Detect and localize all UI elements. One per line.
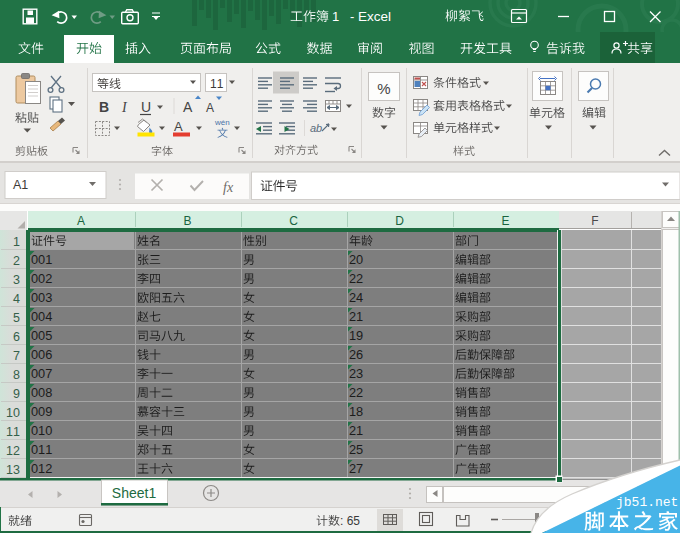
svg-text:C: C: [289, 214, 298, 228]
svg-text:010: 010: [31, 423, 52, 438]
svg-text:Sheet1: Sheet1: [112, 485, 157, 501]
svg-text:A1: A1: [13, 178, 28, 192]
svg-text:009: 009: [31, 404, 52, 419]
svg-text:3: 3: [13, 273, 20, 287]
svg-text:012: 012: [31, 461, 52, 476]
svg-text:2: 2: [13, 254, 20, 268]
svg-text:002: 002: [31, 271, 52, 286]
svg-text:20: 20: [349, 252, 363, 267]
svg-text:Excel: Excel: [358, 9, 391, 24]
svg-text:5: 5: [13, 311, 20, 325]
svg-text:9: 9: [13, 387, 20, 401]
svg-text:23: 23: [349, 366, 363, 381]
svg-text:7: 7: [13, 349, 20, 363]
svg-text:fx: fx: [223, 180, 234, 195]
svg-text:A: A: [77, 214, 85, 228]
svg-text:19: 19: [349, 328, 363, 343]
svg-text:003: 003: [31, 290, 52, 305]
svg-text:12: 12: [6, 444, 20, 458]
svg-text:-: -: [350, 9, 354, 24]
svg-text:U: U: [141, 99, 151, 115]
svg-text:24: 24: [349, 290, 363, 305]
svg-text:005: 005: [31, 328, 52, 343]
svg-text:25: 25: [349, 442, 363, 457]
svg-text:26: 26: [349, 347, 363, 362]
svg-text:8: 8: [13, 368, 20, 382]
svg-text:B: B: [183, 214, 191, 228]
svg-text:A: A: [183, 99, 193, 115]
svg-text:13: 13: [6, 463, 20, 477]
svg-text:B: B: [99, 99, 109, 115]
svg-text:007: 007: [31, 366, 52, 381]
svg-text:11: 11: [210, 77, 224, 91]
svg-text:A: A: [174, 119, 183, 134]
svg-text:22: 22: [349, 271, 363, 286]
svg-text:1: 1: [332, 9, 339, 24]
svg-text:%: %: [377, 80, 390, 97]
svg-text:1: 1: [13, 235, 20, 249]
svg-text:21: 21: [349, 423, 363, 438]
svg-text:6: 6: [13, 330, 20, 344]
svg-text:001: 001: [31, 252, 52, 267]
svg-text:011: 011: [31, 442, 52, 457]
svg-text:ab: ab: [310, 122, 322, 134]
svg-text:A: A: [206, 101, 214, 115]
svg-text:22: 22: [349, 385, 363, 400]
svg-text:21: 21: [349, 309, 363, 324]
svg-text:D: D: [395, 214, 404, 228]
svg-text:wén: wén: [214, 118, 230, 127]
svg-text:E: E: [501, 214, 509, 228]
svg-text:27: 27: [349, 461, 363, 476]
svg-text:004: 004: [31, 309, 52, 324]
svg-text:006: 006: [31, 347, 52, 362]
svg-text:: 65: : 65: [340, 514, 360, 528]
svg-text:4: 4: [13, 292, 20, 306]
svg-text:008: 008: [31, 385, 52, 400]
svg-text:F: F: [591, 214, 598, 228]
svg-text:18: 18: [349, 404, 363, 419]
svg-text:jb51.net: jb51.net: [616, 495, 678, 510]
svg-text:10: 10: [6, 406, 20, 420]
svg-text:11: 11: [6, 425, 20, 439]
